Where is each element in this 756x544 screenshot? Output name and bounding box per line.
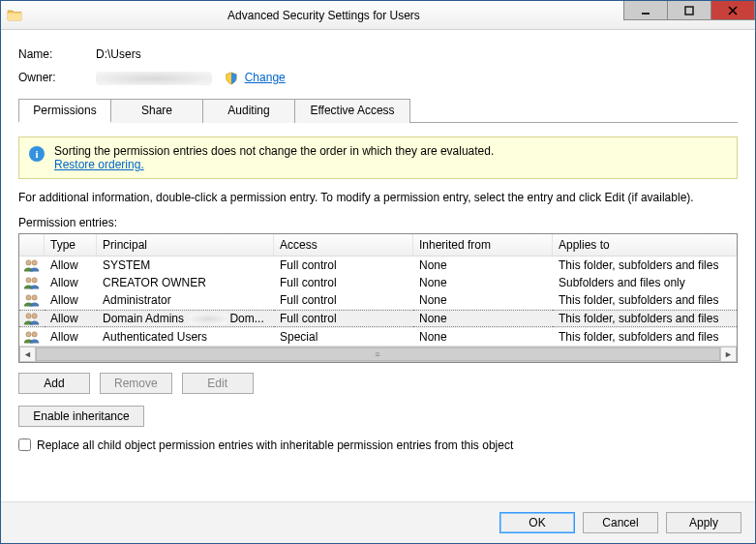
cell-access: Special bbox=[274, 329, 413, 345]
svg-point-9 bbox=[32, 314, 37, 318]
apply-button[interactable]: Apply bbox=[666, 512, 741, 533]
replace-child-entries-checkbox[interactable] bbox=[18, 438, 31, 451]
cell-applies: Subfolders and files only bbox=[553, 275, 737, 290]
principal-redacted bbox=[189, 314, 227, 324]
users-icon bbox=[19, 329, 45, 345]
tab-share[interactable]: Share bbox=[110, 99, 203, 123]
cell-applies: This folder, subfolders and files bbox=[553, 257, 737, 273]
add-button[interactable]: Add bbox=[18, 373, 90, 394]
info-icon: i bbox=[29, 146, 45, 162]
svg-point-5 bbox=[32, 278, 37, 283]
minimize-button[interactable] bbox=[623, 1, 668, 20]
security-settings-window: Advanced Security Settings for Users Nam… bbox=[0, 0, 756, 544]
table-row[interactable]: AllowDomain Admins Dom...Full controlNon… bbox=[19, 309, 737, 328]
col-applies[interactable]: Applies to bbox=[553, 234, 737, 256]
cell-inherited: None bbox=[413, 257, 553, 273]
cell-type: Allow bbox=[45, 257, 97, 273]
tab-permissions[interactable]: Permissions bbox=[18, 99, 111, 123]
svg-point-6 bbox=[26, 295, 31, 300]
edit-button[interactable]: Edit bbox=[182, 373, 254, 394]
col-inherited[interactable]: Inherited from bbox=[413, 234, 553, 256]
tab-effective-access[interactable]: Effective Access bbox=[294, 99, 410, 123]
cell-access: Full control bbox=[274, 257, 413, 273]
enable-inheritance-button[interactable]: Enable inheritance bbox=[18, 406, 144, 427]
restore-ordering-link[interactable]: Restore ordering. bbox=[54, 158, 144, 171]
help-text: For additional information, double-click… bbox=[18, 191, 738, 204]
cell-access: Full control bbox=[274, 275, 413, 290]
remove-button[interactable]: Remove bbox=[100, 373, 172, 394]
tabs: Permissions Share Auditing Effective Acc… bbox=[18, 99, 738, 123]
cell-type: Allow bbox=[45, 310, 97, 327]
close-button[interactable] bbox=[711, 1, 755, 20]
cell-principal: SYSTEM bbox=[97, 257, 274, 273]
name-label: Name: bbox=[18, 47, 96, 61]
col-type[interactable]: Type bbox=[45, 234, 97, 256]
cell-principal: Authenticated Users bbox=[97, 329, 274, 345]
name-value: D:\Users bbox=[96, 47, 141, 61]
col-principal[interactable]: Principal bbox=[97, 234, 274, 256]
cell-inherited: None bbox=[413, 292, 553, 308]
owner-redacted bbox=[96, 72, 212, 85]
cell-inherited: None bbox=[413, 310, 553, 327]
cell-access: Full control bbox=[274, 292, 413, 308]
replace-child-entries-label: Replace all child object permission entr… bbox=[37, 438, 513, 452]
svg-point-3 bbox=[32, 260, 37, 265]
folder-icon bbox=[7, 8, 22, 23]
col-icon[interactable] bbox=[19, 234, 45, 256]
table-row[interactable]: AllowSYSTEMFull controlNoneThis folder, … bbox=[19, 257, 737, 274]
col-access[interactable]: Access bbox=[274, 234, 413, 256]
cell-type: Allow bbox=[45, 275, 97, 290]
cell-type: Allow bbox=[45, 329, 97, 345]
dialog-footer: OK Cancel Apply bbox=[1, 501, 755, 543]
banner-text: Sorting the permission entries does not … bbox=[54, 144, 494, 158]
cell-applies: This folder, subfolders and files bbox=[553, 292, 737, 308]
cell-principal: Domain Admins Dom... bbox=[97, 310, 274, 327]
table-row[interactable]: AllowAuthenticated UsersSpecialNoneThis … bbox=[19, 328, 737, 346]
svg-point-2 bbox=[26, 260, 31, 265]
cell-type: Allow bbox=[45, 292, 97, 308]
cell-inherited: None bbox=[413, 329, 553, 345]
scroll-right-button[interactable]: ► bbox=[720, 347, 737, 362]
permission-entries-label: Permission entries: bbox=[18, 216, 738, 229]
cell-access: Full control bbox=[274, 310, 413, 327]
cell-applies: This folder, subfolders and files bbox=[553, 329, 737, 345]
tab-auditing[interactable]: Auditing bbox=[202, 99, 295, 123]
horizontal-scrollbar[interactable]: ◄ ≡ ► bbox=[19, 346, 737, 362]
titlebar: Advanced Security Settings for Users bbox=[1, 1, 755, 30]
ok-button[interactable]: OK bbox=[499, 512, 575, 533]
owner-row: Owner: Change bbox=[18, 71, 738, 85]
scroll-track[interactable]: ≡ bbox=[36, 347, 720, 362]
shield-icon bbox=[225, 72, 238, 85]
cell-principal: CREATOR OWNER bbox=[97, 275, 274, 290]
cell-principal: Administrator bbox=[97, 292, 274, 308]
table-row[interactable]: AllowCREATOR OWNERFull controlNoneSubfol… bbox=[19, 274, 737, 291]
users-icon bbox=[19, 310, 45, 327]
users-icon bbox=[19, 275, 45, 290]
owner-value: Change bbox=[96, 71, 286, 85]
cell-applies: This folder, subfolders and files bbox=[553, 310, 737, 327]
users-icon bbox=[19, 257, 45, 273]
owner-label: Owner: bbox=[18, 71, 96, 84]
permission-table: Type Principal Access Inherited from App… bbox=[18, 233, 738, 363]
maximize-button[interactable] bbox=[667, 1, 711, 20]
table-header: Type Principal Access Inherited from App… bbox=[19, 234, 737, 257]
table-body: AllowSYSTEMFull controlNoneThis folder, … bbox=[19, 257, 737, 346]
scroll-left-button[interactable]: ◄ bbox=[19, 347, 36, 362]
cell-inherited: None bbox=[413, 275, 553, 290]
table-row[interactable]: AllowAdministratorFull controlNoneThis f… bbox=[19, 291, 737, 309]
info-banner: i Sorting the permission entries does no… bbox=[18, 136, 738, 179]
name-row: Name: D:\Users bbox=[18, 47, 738, 61]
cancel-button[interactable]: Cancel bbox=[583, 512, 658, 533]
change-owner-link[interactable]: Change bbox=[245, 71, 286, 84]
svg-rect-0 bbox=[642, 13, 650, 15]
svg-point-8 bbox=[26, 314, 31, 318]
users-icon bbox=[19, 292, 45, 308]
svg-point-10 bbox=[26, 332, 31, 337]
scroll-thumb[interactable]: ≡ bbox=[36, 348, 720, 361]
svg-point-7 bbox=[32, 295, 37, 300]
svg-point-11 bbox=[32, 332, 37, 337]
window-buttons bbox=[624, 1, 755, 20]
svg-point-4 bbox=[26, 278, 31, 283]
svg-rect-1 bbox=[685, 7, 693, 15]
